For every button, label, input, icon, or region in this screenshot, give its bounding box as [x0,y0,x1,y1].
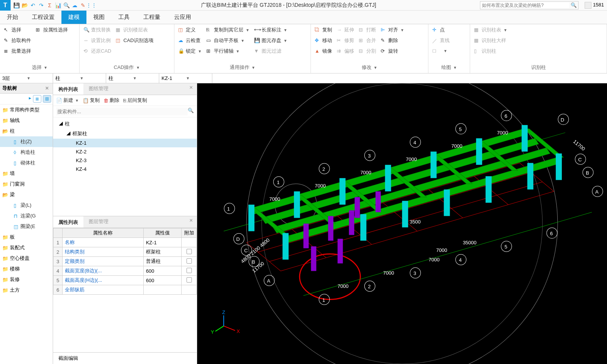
type-selector[interactable]: 柱▼ [106,73,159,83]
component-selector[interactable]: KZ-1▼ [159,73,212,83]
tab-property-list[interactable]: 属性列表 [53,216,83,228]
list-view-icon[interactable]: ≣ [33,95,41,103]
tab-cloud[interactable]: 云应用 [167,11,198,24]
dim-icon: ⟷ [254,27,260,33]
nav-decoration[interactable]: 📁装修 [0,274,53,285]
common-group-label: 通用操作 ▼ [174,62,311,73]
collapse-icon[interactable]: ▸ [29,95,31,103]
qat-undo-icon[interactable]: ↶ [30,2,36,9]
rotate-button[interactable]: ⟳旋转 [379,47,406,55]
svg-text:2: 2 [322,166,325,172]
nav-stair[interactable]: 📁楼梯 [0,264,53,274]
section-edit-button[interactable]: 截面编辑 [53,352,197,364]
qat-report-icon[interactable]: 📊 [55,2,61,9]
comp-kz1[interactable]: KZ-1 [53,139,197,147]
tab-layer-manage[interactable]: 图层管理 [83,216,114,228]
search-icon[interactable]: 🔍 [188,108,194,116]
auto-align-slab-button[interactable]: ▭自动平齐板 ▼ [205,36,251,45]
checkbox[interactable] [187,249,192,254]
element-save-button[interactable]: 💾图元存盘 ▼ [253,36,289,45]
tab-modeling[interactable]: 建模 [61,11,86,24]
3d-viewport[interactable]: 1 2 3 4 5 6 1 D C B A 1 2 3 4 5 [197,83,607,364]
qat-edit-icon[interactable]: ✎ [80,2,86,9]
comp-kz2[interactable]: KZ-2 [53,147,197,156]
select-by-property-button[interactable]: ⊞按属性选择 [34,26,69,34]
pick-component-button[interactable]: ✎拾取构件 [2,36,33,45]
nav-structural-column[interactable]: ◊构造柱 [0,147,53,158]
nav-beam-l[interactable]: ▯梁(L) [0,200,53,211]
tab-start[interactable]: 开始 [0,11,25,24]
nav-opening[interactable]: 📁门窗洞 [0,179,53,189]
restore-icon: ⟲ [83,48,89,54]
comp-tree-group[interactable]: ◢ 框架柱 [53,129,197,139]
help-search-input[interactable] [480,3,569,8]
new-button[interactable]: 📄新建 ▼ [56,97,79,104]
component-search-input[interactable] [56,108,188,116]
delete-icon: 🗑 [104,98,108,103]
nav-slab[interactable]: 📁板 [0,232,53,242]
close-icon[interactable]: ✕ [189,218,194,223]
tab-component-list[interactable]: 构件列表 [53,83,83,95]
nav-column-z[interactable]: ▯柱(Z) [0,136,53,147]
svg-text:B: B [586,170,589,176]
nav-common-components[interactable]: 📁常用构件类型 [0,105,53,115]
nav-masonry-column[interactable]: ▯砌体柱 [0,158,53,168]
help-search[interactable]: 🔍 [480,1,579,9]
nav-ring-beam[interactable]: ◫圈梁(E [0,221,53,232]
qat-sum-icon[interactable]: Σ [46,2,53,9]
grid-view-icon[interactable]: ⊞ [43,95,51,103]
copy-between-floors-button[interactable]: ⎘层间复制 [123,97,147,104]
lock-icon: 🔒 [178,48,184,54]
define-button[interactable]: ◫定义 [177,26,203,34]
qat-open-icon[interactable]: 📂 [21,2,28,9]
qat-redo-icon[interactable]: ↷ [38,2,45,9]
tab-project-settings[interactable]: 工程设置 [25,11,61,24]
close-icon[interactable]: ✕ [189,85,194,90]
tab-view[interactable]: 视图 [86,11,111,24]
copy-component-button[interactable]: 📋复制 [83,97,100,104]
floor-selector[interactable]: 3层▼ [0,73,53,83]
cloud-check-button[interactable]: ☁云检查 [177,36,203,45]
comp-kz4[interactable]: KZ-4 [53,165,197,173]
nav-prefab[interactable]: 📁装配式 [0,242,53,253]
nav-coupling-beam[interactable]: ⊓连梁(G [0,211,53,221]
batch-select-button[interactable]: ≣批量选择 [2,47,33,55]
align-button[interactable]: ⊫对齐 ▼ [379,26,406,34]
nav-column[interactable]: 📂柱 [0,126,53,136]
nav-axis[interactable]: 📁轴线 [0,115,53,126]
box-icon: ◻ [432,48,438,54]
tab-quantity[interactable]: 工程量 [136,11,167,24]
lock-button[interactable]: 🔒锁定 ▼ [177,47,203,55]
move-button[interactable]: ✥移动 [313,36,334,45]
point-button[interactable]: ✛点 [431,26,451,34]
tab-drawing-manage[interactable]: 图纸管理 [83,83,114,95]
user-avatar[interactable]: 1581 [582,2,607,8]
svg-text:Z: Z [222,309,225,315]
length-dim-button[interactable]: ⟷长度标注 ▼ [253,26,289,34]
qat-grid-icon[interactable]: ⋮⋮ [88,2,95,9]
copy-to-floor-button[interactable]: ⎘复制到其它层 ▼ [205,26,251,34]
search-icon[interactable]: 🔍 [569,2,578,8]
delete-button[interactable]: ✎删除 [379,36,406,45]
comp-tree-root[interactable]: ◢ 柱 [53,119,197,129]
mirror-button[interactable]: ▲镜像 [313,47,334,55]
qat-save-icon[interactable]: 💾 [13,2,20,9]
nav-wall[interactable]: 📁墙 [0,168,53,179]
checkbox[interactable] [187,268,192,273]
parallel-axis-button[interactable]: ⊞平行辅轴 ▼ [205,47,251,55]
nav-beam[interactable]: 📂梁 [0,189,53,200]
checkbox[interactable] [187,277,192,283]
comp-kz3[interactable]: KZ-3 [53,156,197,165]
close-icon[interactable]: ✕ [45,86,50,91]
checkbox[interactable] [187,258,192,264]
category-selector[interactable]: 柱▼ [53,73,106,83]
select-button[interactable]: ↖选择 [2,26,33,34]
tab-tools[interactable]: 工具 [111,11,136,24]
nav-hollow-slab[interactable]: 📁空心楼盖 [0,253,53,264]
nav-earthwork[interactable]: 📁土方 [0,285,53,295]
cad-options-button[interactable]: ◫CAD识别选项 [114,36,155,45]
qat-cloud-icon[interactable]: ☁ [71,2,78,9]
delete-component-button[interactable]: 🗑删除 [104,97,119,104]
copy-button[interactable]: ⿻复制 [313,26,334,34]
qat-check-icon[interactable]: 🔍 [63,2,70,9]
